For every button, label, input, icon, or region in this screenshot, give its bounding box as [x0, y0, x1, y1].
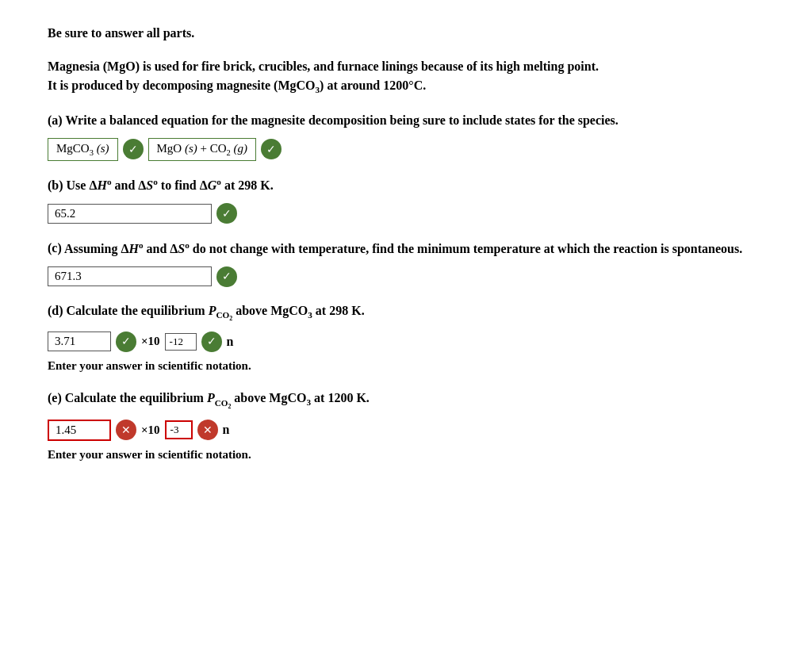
check-icon-a1: ✓: [123, 139, 144, 159]
part-e-label: (e): [48, 391, 65, 404]
equation-box-1[interactable]: MgCO3 (s): [48, 138, 118, 161]
cross-icon-e2: ✕: [197, 420, 218, 440]
part-c-answer-row: ✓: [48, 266, 764, 287]
part-d-answer-row: ✓ ×10 ✓ n: [48, 332, 764, 352]
intro-text: Be sure to answer all parts.: [48, 24, 764, 43]
part-c-section: (c) Assuming ΔHo and ΔSo do not change w…: [48, 238, 764, 286]
context-paragraph: Magnesia (MgO) is used for fire brick, c…: [48, 57, 764, 97]
equation-box-2[interactable]: MgO (s) + CO2 (g): [148, 138, 257, 161]
part-d-label: (d): [48, 304, 67, 317]
part-c-label: (c): [48, 242, 64, 255]
check-icon-b: ✓: [216, 203, 237, 224]
context-line1: Magnesia (MgO) is used for fire brick, c…: [48, 59, 599, 73]
cross-icon-e1: ✕: [116, 420, 136, 440]
part-b-label: (b): [48, 178, 67, 192]
part-c-text: Assuming ΔHo and ΔSo do not change with …: [64, 242, 742, 255]
part-e-n-label: n: [223, 423, 230, 437]
context-sub3: 3: [316, 85, 320, 94]
part-b-section: (b) Use ΔHo and ΔSo to find ΔGo at 298 K…: [48, 175, 764, 224]
part-d-section: (d) Calculate the equilibrium PCO2 above…: [48, 301, 764, 375]
part-d-text: Calculate the equilibrium PCO2 above MgC…: [67, 304, 365, 317]
part-b-question: (b) Use ΔHo and ΔSo to find ΔGo at 298 K…: [48, 175, 764, 195]
answer-e-mantissa-input[interactable]: [48, 420, 111, 441]
check-icon-d1: ✓: [116, 332, 136, 352]
answer-d-exp-input[interactable]: [165, 333, 197, 351]
part-a-label: (a): [48, 113, 65, 127]
part-a-question: (a) Write a balanced equation for the ma…: [48, 111, 764, 130]
check-icon-d2: ✓: [201, 332, 222, 352]
part-a-section: (a) Write a balanced equation for the ma…: [48, 111, 764, 161]
part-a-text: Write a balanced equation for the magnes…: [65, 113, 618, 127]
part-e-answer-row: ✕ ×10 ✕ n: [48, 420, 764, 441]
answer-c-input[interactable]: [48, 266, 212, 286]
context-line2-pre: It is produced by decomposing magnesite …: [48, 79, 426, 92]
check-icon-c: ✓: [216, 266, 237, 287]
part-b-answer-row: ✓: [48, 203, 764, 224]
part-e-text: Calculate the equilibrium PCO2 above MgC…: [65, 391, 370, 404]
times-10-d: ×10: [141, 335, 160, 348]
context-section: Magnesia (MgO) is used for fire brick, c…: [48, 57, 764, 97]
check-icon-a2: ✓: [261, 139, 282, 159]
part-e-section: (e) Calculate the equilibrium PCO2 above…: [48, 389, 764, 463]
answer-e-exp-input[interactable]: [165, 420, 193, 439]
intro-section: Be sure to answer all parts.: [48, 24, 764, 43]
part-c-question: (c) Assuming ΔHo and ΔSo do not change w…: [48, 238, 764, 258]
times-10-e: ×10: [141, 423, 160, 437]
answer-b-input[interactable]: [48, 204, 212, 224]
part-e-question: (e) Calculate the equilibrium PCO2 above…: [48, 389, 764, 411]
part-d-question: (d) Calculate the equilibrium PCO2 above…: [48, 301, 764, 324]
answer-d-mantissa-input[interactable]: [48, 332, 111, 351]
part-a-answer-row: MgCO3 (s) ✓ MgO (s) + CO2 (g) ✓: [48, 138, 764, 161]
part-d-note: Enter your answer in scientific notation…: [48, 357, 764, 375]
part-e-note: Enter your answer in scientific notation…: [48, 446, 764, 464]
part-d-n-label: n: [227, 335, 234, 349]
part-b-text: Use ΔHo and ΔSo to find ΔGo at 298 K.: [67, 178, 274, 192]
